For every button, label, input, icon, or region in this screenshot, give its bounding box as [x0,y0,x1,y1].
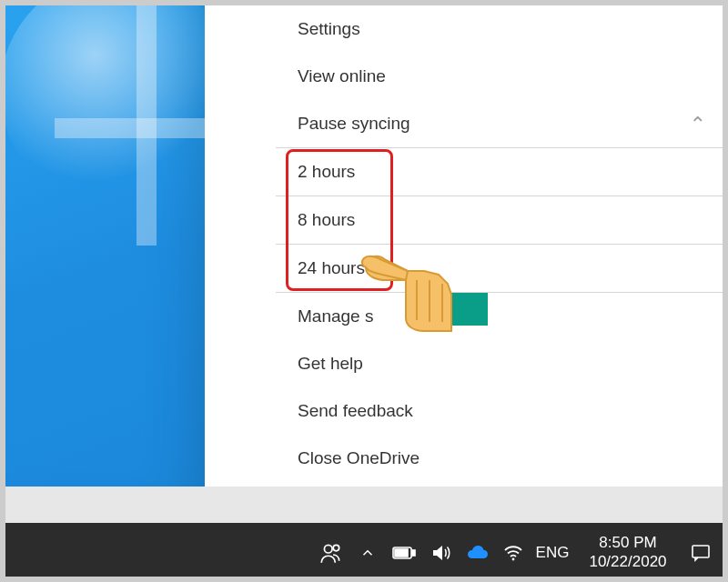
tray-volume-icon[interactable] [422,523,459,582]
svg-rect-4 [412,550,415,556]
menu-item-manage-storage[interactable]: Manage s [276,293,728,340]
tray-clock-date: 10/22/2020 [573,553,682,571]
menu-item-pause-24-hours[interactable]: 24 hours [276,244,728,292]
onedrive-panel: Settings View online Pause syncing ⌄ 2 h… [205,0,728,487]
menu-item-pause-syncing[interactable]: Pause syncing [276,100,728,147]
tray-battery-icon[interactable] [386,523,422,582]
chevron-up-icon: ⌄ [690,111,706,135]
tray-wifi-icon[interactable] [495,523,531,582]
svg-point-2 [333,545,339,551]
onedrive-context-menu: Settings View online Pause syncing ⌄ 2 h… [276,0,728,487]
menu-item-pause-8-hours[interactable]: 8 hours [276,196,728,244]
menu-item-get-help[interactable]: Get help [276,340,728,387]
menu-item-view-online[interactable]: View online [276,53,728,100]
tray-language-indicator[interactable]: ENG [531,544,573,562]
tray-overflow-chevron-icon[interactable] [349,523,386,582]
tray-onedrive-icon[interactable] [459,523,495,582]
pause-syncing-submenu: 2 hours 8 hours 24 hours [276,147,728,293]
svg-point-6 [512,557,515,560]
menu-item-settings[interactable]: Settings [276,5,728,53]
tray-clock-time: 8:50 PM [573,534,682,552]
taskbar: ENG 8:50 PM 10/22/2020 [0,523,728,582]
desktop-wallpaper [0,0,205,487]
window-footer-strip [0,487,728,523]
menu-item-close-onedrive[interactable]: Close OneDrive [276,435,728,482]
menu-item-send-feedback[interactable]: Send feedback [276,387,728,435]
svg-rect-5 [395,549,408,557]
tray-action-center-icon[interactable] [682,523,719,582]
menu-item-pause-2-hours[interactable]: 2 hours [276,147,728,196]
svg-rect-7 [693,546,709,557]
tray-people-icon[interactable] [313,523,349,582]
svg-point-1 [324,545,332,553]
tray-clock[interactable]: 8:50 PM 10/22/2020 [573,534,682,571]
light-glow [0,0,237,209]
